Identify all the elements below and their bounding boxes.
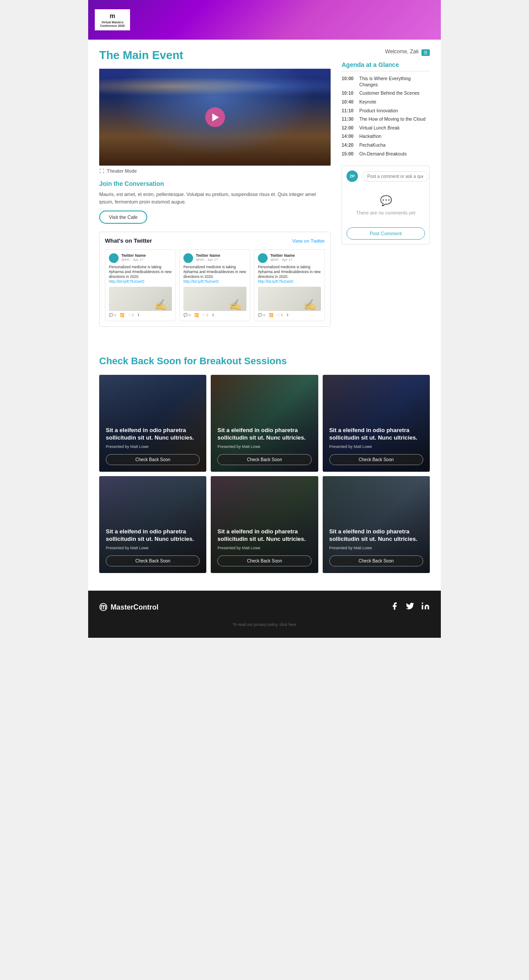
card-content: Sit a eleifend in odio pharetra sollicit… — [211, 375, 318, 472]
tweet-author-row: Twitter Name @MC · Apr 17 — [109, 253, 172, 263]
tweet-author-info: Twitter Name @MC · Apr 17 — [270, 253, 321, 263]
no-comments-text: There are no comments yet — [351, 210, 421, 215]
card-presenter: Presented by Matt Lowe — [329, 444, 423, 449]
event-title: The Main Event — [99, 48, 331, 62]
conversation-section: Join the Conversation Mauris, est amet, … — [99, 180, 331, 224]
event-right: Welcome, Zak ☰ Agenda at a Glance 10:00 … — [342, 48, 430, 327]
welcome-text: Welcome, Zak — [385, 48, 419, 55]
card-title: Sit a eleifend in odio pharetra sollicit… — [106, 427, 200, 442]
footer: ⓜ MasterControl To read our privacy poli… — [88, 591, 441, 638]
tweet-card: Twitter Name @MC · Apr 17 Personalized m… — [179, 249, 250, 321]
agenda-item: 11:30 The How of Moving to the Cloud — [342, 116, 430, 122]
comment-avatar: ZP — [346, 170, 358, 182]
agenda-label: Hackathon — [359, 133, 381, 140]
card-presenter: Presented by Matt Lowe — [217, 444, 311, 449]
agenda-time: 12:00 — [342, 125, 356, 131]
card-title: Sit a eleifend in odio pharetra sollicit… — [217, 528, 311, 543]
twitter-title: What's on Twitter — [105, 237, 152, 244]
conversation-title: Join the Conversation — [99, 180, 331, 187]
check-back-button[interactable]: Check Back Soon — [217, 555, 311, 566]
tweet-image-hand: ✍ — [303, 299, 317, 311]
footer-logo-icon: ⓜ — [99, 602, 107, 613]
breakout-card: Sit a eleifend in odio pharetra sollicit… — [211, 476, 318, 573]
check-back-button[interactable]: Check Back Soon — [106, 555, 200, 566]
no-comments-area: 💬 There are no comments yet — [346, 189, 425, 222]
view-twitter-link[interactable]: View on Twitter — [292, 238, 325, 244]
card-content: Sit a eleifend in odio pharetra sollicit… — [99, 476, 206, 573]
tweet-text: Personalized medicine is taking #pharma … — [258, 265, 321, 284]
tweet-image-hand: ✍ — [229, 299, 242, 311]
tweet-image: ✍ — [258, 287, 321, 311]
card-title: Sit a eleifend in odio pharetra sollicit… — [106, 528, 200, 543]
tweet-card: Twitter Name @MC · Apr 17 Personalized m… — [254, 249, 325, 321]
theater-mode-label: Theater Mode — [107, 168, 137, 174]
agenda-time: 10:00 — [342, 76, 356, 88]
agenda-item: 10:00 This is Where Everything Changes — [342, 76, 430, 88]
breakout-card: Sit a eleifend in odio pharetra sollicit… — [99, 375, 206, 472]
comment-input[interactable] — [361, 171, 429, 181]
tweet-handle: @MC · Apr 17 — [270, 258, 321, 262]
check-back-button[interactable]: Check Back Soon — [329, 555, 423, 566]
card-title: Sit a eleifend in odio pharetra sollicit… — [329, 427, 423, 442]
tweet-image-hand: ✍ — [154, 299, 168, 311]
agenda-item: 14:20 PechaKucha — [342, 142, 430, 148]
linkedin-icon[interactable] — [421, 602, 430, 613]
tweet-card: Twitter Name @MC · Apr 17 Personalized m… — [105, 249, 176, 321]
tweet-author-info: Twitter Name @MC · Apr 17 — [196, 253, 246, 263]
play-button[interactable] — [205, 107, 225, 127]
card-presenter: Presented by Matt Lowe — [106, 444, 200, 449]
theater-mode[interactable]: ⛶ Theater Mode — [99, 168, 331, 174]
tweet-author-info: Twitter Name @MC · Apr 17 — [121, 253, 172, 263]
agenda-label: Virtual Lunch Break — [359, 125, 399, 131]
check-back-button[interactable]: Check Back Soon — [217, 454, 311, 465]
menu-icon[interactable]: ☰ — [421, 49, 430, 56]
card-presenter: Presented by Matt Lowe — [329, 546, 423, 550]
agenda-item: 11:10 Product Innovation — [342, 108, 430, 114]
card-content: Sit a eleifend in odio pharetra sollicit… — [211, 476, 318, 573]
agenda-time: 11:30 — [342, 116, 356, 122]
logo-icon: m — [110, 12, 115, 20]
tweet-author-name: Twitter Name — [270, 253, 321, 258]
tweet-handle: @MC · Apr 17 — [121, 258, 172, 262]
card-content: Sit a eleifend in odio pharetra sollicit… — [323, 375, 430, 472]
tweet-author-row: Twitter Name @MC · Apr 17 — [258, 253, 321, 263]
agenda-section: Agenda at a Glance 10:00 This is Where E… — [342, 61, 430, 157]
event-section: The Main Event ⛶ Theater Mode Join the C… — [88, 40, 441, 338]
tweet-avatar — [109, 253, 119, 263]
agenda-time: 10:40 — [342, 99, 356, 105]
agenda-label: This is Where Everything Changes — [359, 76, 430, 88]
twitter-icon[interactable] — [406, 602, 414, 613]
check-back-button[interactable]: Check Back Soon — [106, 454, 200, 465]
agenda-time: 15:00 — [342, 151, 356, 157]
card-title: Sit a eleifend in odio pharetra sollicit… — [217, 427, 311, 442]
agenda-item: 12:00 Virtual Lunch Break — [342, 125, 430, 131]
footer-privacy: To read our privacy policy, click here — [99, 622, 430, 627]
breakout-card: Sit a eleifend in odio pharetra sollicit… — [323, 476, 430, 573]
agenda-time: 14:20 — [342, 142, 356, 148]
agenda-item: 10:10 Customer Behind the Scenes — [342, 90, 430, 96]
comment-input-row: ZP — [346, 170, 425, 182]
post-comment-button[interactable]: Post Comment — [346, 227, 425, 240]
event-left: The Main Event ⛶ Theater Mode Join the C… — [99, 48, 331, 327]
chat-bubble-icon: 💬 — [351, 195, 421, 207]
card-content: Sit a eleifend in odio pharetra sollicit… — [323, 476, 430, 573]
agenda-title: Agenda at a Glance — [342, 61, 430, 71]
tweet-text: Personalized medicine is taking #pharma … — [183, 265, 246, 284]
header-banner: m Virtual Masters Conference 2020 — [88, 0, 441, 40]
breakout-card: Sit a eleifend in odio pharetra sollicit… — [323, 375, 430, 472]
card-title: Sit a eleifend in odio pharetra sollicit… — [329, 528, 423, 543]
agenda-label: Customer Behind the Scenes — [359, 90, 420, 96]
check-back-button[interactable]: Check Back Soon — [329, 454, 423, 465]
card-presenter: Presented by Matt Lowe — [217, 546, 311, 550]
card-content: Sit a eleifend in odio pharetra sollicit… — [99, 375, 206, 472]
visit-cafe-button[interactable]: Visit the Cafe — [99, 211, 147, 224]
tweets-grid: Twitter Name @MC · Apr 17 Personalized m… — [105, 249, 325, 321]
logo-text: Virtual Masters Conference 2020 — [98, 21, 127, 28]
footer-top: ⓜ MasterControl — [99, 602, 430, 618]
agenda-item: 15:00 On-Demand Breakouts — [342, 151, 430, 157]
conversation-body: Mauris, est amet, et enim, pellentesque.… — [99, 191, 331, 205]
tweet-author-name: Twitter Name — [196, 253, 246, 258]
facebook-icon[interactable] — [390, 602, 399, 613]
video-container[interactable] — [99, 69, 331, 166]
agenda-label: PechaKucha — [359, 142, 386, 148]
